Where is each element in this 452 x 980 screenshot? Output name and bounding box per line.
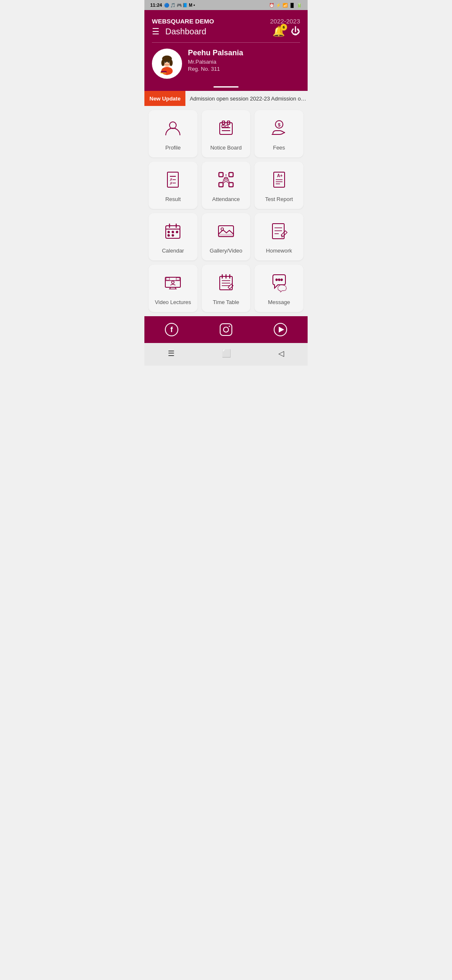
grid-item-attendance[interactable]: Attendance [202, 162, 251, 209]
svg-point-71 [223, 327, 229, 332]
svg-point-54 [172, 281, 174, 284]
signal-icon: ▐▌ [289, 3, 295, 8]
svg-marker-74 [279, 327, 284, 333]
status-icons: 🔵 🎵 🎮 📘 M • [164, 3, 195, 8]
svg-point-41 [176, 231, 178, 233]
header: WEBSQUARE DEMO 2022-2023 ☰ Dashboard 🔔 6… [144, 10, 308, 91]
user-name: Peehu Palsania [188, 49, 243, 57]
svg-text:A+: A+ [277, 173, 282, 178]
svg-point-40 [172, 231, 174, 233]
svg-point-43 [172, 235, 174, 236]
svg-rect-28 [219, 183, 223, 187]
wifi-icon: 📶 [282, 3, 288, 8]
ticker-bar: New Update Admission open session 2022-2… [144, 91, 308, 106]
header-title: Dashboard [165, 27, 206, 36]
svg-point-42 [168, 235, 170, 236]
svg-text:$: $ [278, 122, 280, 127]
gallery-video-label: Gallery/Video [210, 248, 242, 254]
svg-point-72 [229, 326, 230, 327]
attendance-label: Attendance [212, 196, 240, 202]
instagram-button[interactable] [218, 322, 234, 337]
grid-item-fees[interactable]: $ Fees [254, 110, 303, 157]
calendar-label: Calendar [162, 248, 184, 254]
attendance-icon [216, 170, 236, 192]
grid-item-test-report[interactable]: A+ Test Report [254, 162, 303, 209]
hamburger-icon[interactable]: ☰ [152, 26, 159, 36]
message-icon [270, 273, 289, 295]
school-year: 2022-2023 [270, 18, 300, 25]
bluetooth-icon: ⚡ [276, 3, 281, 8]
svg-rect-46 [218, 234, 234, 237]
svg-point-45 [221, 228, 223, 230]
notice-board-label: Notice Board [210, 144, 241, 151]
status-time: 11:24 [150, 3, 162, 8]
system-menu-button[interactable]: ☰ [159, 347, 183, 360]
svg-point-4 [161, 59, 164, 66]
notice-board-icon [216, 119, 236, 140]
svg-text:✗: ✗ [170, 181, 173, 186]
grid-item-message[interactable]: Message [254, 265, 303, 312]
svg-rect-56 [176, 278, 180, 280]
test-report-icon: A+ [270, 170, 289, 192]
svg-rect-55 [166, 278, 170, 280]
alarm-icon: ⏰ [269, 3, 274, 8]
grid-item-calendar[interactable]: Calendar [149, 213, 198, 260]
result-icon: ✗ ✗ [163, 170, 182, 192]
grid-item-result[interactable]: ✗ ✗ Result [149, 162, 198, 209]
grid-item-time-table[interactable]: Time Table [202, 265, 251, 312]
grid-item-profile[interactable]: Profile [149, 110, 198, 157]
ticker-label: New Update [144, 91, 185, 106]
time-table-icon [216, 273, 236, 295]
notification-bell[interactable]: 🔔 6 [272, 26, 285, 37]
result-label: Result [165, 196, 181, 202]
dashboard-grid: Profile Notice Board $ [144, 106, 308, 316]
facebook-button[interactable]: f [164, 322, 179, 337]
fees-label: Fees [273, 144, 285, 151]
svg-rect-52 [165, 277, 180, 287]
svg-rect-27 [229, 173, 233, 177]
system-home-button[interactable]: ⬜ [213, 347, 239, 360]
fees-icon: $ [270, 119, 289, 140]
svg-point-39 [168, 231, 170, 233]
test-report-label: Test Report [265, 196, 293, 202]
user-reg: Reg. No. 311 [188, 66, 243, 72]
svg-rect-26 [219, 173, 223, 177]
profile-label: Profile [165, 144, 181, 151]
system-back-button[interactable]: ◁ [270, 347, 293, 360]
bottom-nav: f [144, 316, 308, 343]
system-nav: ☰ ⬜ ◁ [144, 343, 308, 366]
school-name: WEBSQUARE DEMO [152, 18, 214, 25]
message-label: Message [268, 299, 290, 305]
svg-point-65 [276, 279, 277, 281]
svg-rect-29 [229, 183, 233, 187]
svg-point-66 [278, 279, 280, 281]
grid-item-video-lectures[interactable]: Video Lectures [149, 265, 198, 312]
avatar [152, 49, 182, 79]
gallery-video-icon [216, 222, 236, 243]
user-parent: Mr.Palsania [188, 59, 243, 65]
user-info: Peehu Palsania Mr.Palsania Reg. No. 311 [152, 43, 300, 83]
ticker-text: Admission open session 2022-23 Admission… [185, 95, 308, 102]
notification-badge: 6 [280, 24, 287, 31]
video-lectures-icon [163, 273, 182, 295]
calendar-icon [163, 222, 182, 243]
profile-icon [163, 119, 182, 140]
svg-point-10 [170, 122, 176, 129]
grid-item-homework[interactable]: Homework [254, 213, 303, 260]
grid-item-gallery-video[interactable]: Gallery/Video [202, 213, 251, 260]
homework-icon [270, 222, 289, 243]
play-button[interactable] [273, 322, 288, 337]
homework-label: Homework [266, 248, 292, 254]
svg-point-7 [168, 61, 170, 63]
svg-rect-16 [222, 125, 224, 127]
grid-item-notice-board[interactable]: Notice Board [202, 110, 251, 157]
svg-point-5 [170, 59, 173, 66]
power-icon[interactable]: ⏻ [291, 26, 300, 37]
svg-rect-70 [220, 324, 232, 335]
svg-text:f: f [170, 325, 173, 334]
video-lectures-label: Video Lectures [155, 299, 191, 305]
svg-point-1 [161, 67, 172, 75]
status-bar: 11:24 🔵 🎵 🎮 📘 M • ⏰ ⚡ 📶 ▐▌ 🔋 [144, 0, 308, 10]
svg-rect-17 [226, 125, 228, 127]
time-table-label: Time Table [213, 299, 239, 305]
